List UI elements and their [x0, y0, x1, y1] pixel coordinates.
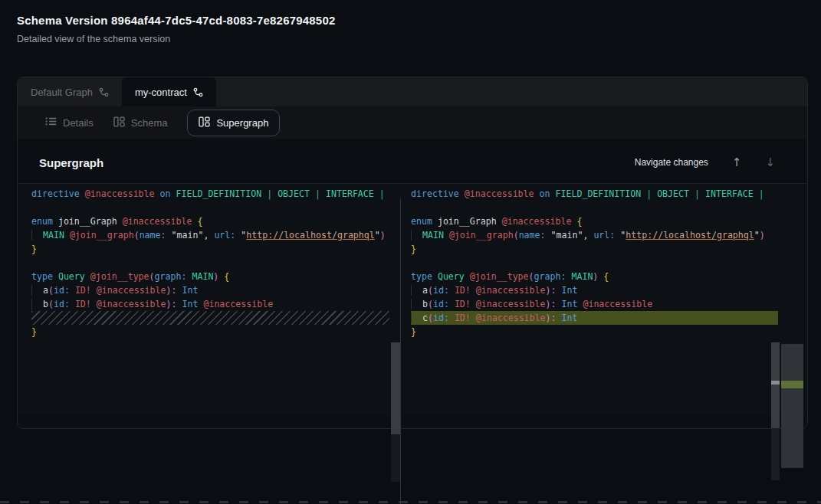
subtab-supergraph-label: Supergraph [216, 117, 268, 129]
code-url-link[interactable]: http://localhost/graphql [626, 230, 754, 241]
code-token: on [540, 188, 556, 199]
tab-my-contract[interactable]: my-contract [122, 77, 216, 106]
subtab-schema-label: Schema [131, 117, 168, 129]
page-subtitle: Detailed view of the schema version [17, 34, 804, 44]
code-token: a [422, 285, 428, 296]
code-token: join__Graph [438, 216, 502, 227]
code-line [411, 201, 778, 214]
code-token: MAIN [192, 271, 213, 282]
code-token: Query [58, 271, 90, 282]
code-token [31, 299, 43, 309]
code-token: OBJECT [277, 188, 315, 199]
code-token [557, 285, 562, 296]
code-token: ): [546, 285, 557, 296]
code-token: | [267, 188, 277, 199]
code-token: enum [411, 216, 438, 227]
code-token: MAIN [571, 271, 593, 282]
code-token: id: [54, 299, 70, 309]
code-token: { [224, 271, 229, 282]
code-token: id: [433, 313, 449, 323]
code-token: graph: [534, 271, 566, 282]
code-token: ( [428, 285, 433, 296]
scrollbar-position-marker [771, 381, 780, 385]
code-token [31, 285, 43, 296]
code-token: "main" [551, 230, 583, 241]
diff-pane-divider[interactable] [400, 198, 401, 504]
code-token: url: [214, 230, 235, 241]
next-change-button[interactable]: ↓ [765, 155, 775, 169]
diff-right-pane[interactable]: directive @inaccessible on FIELD_DEFINIT… [400, 184, 807, 414]
code-token: b [43, 299, 48, 309]
view-subtabs: Details Schema Supergraph [18, 106, 807, 139]
code-token [31, 230, 43, 241]
code-token: ): [166, 299, 177, 309]
code-token [546, 230, 551, 241]
code-token: | [379, 188, 385, 199]
page: { "header": { "title": "Schema Version 8… [0, 0, 821, 504]
code-token: @join__graph [449, 230, 514, 241]
code-token: "main" [172, 230, 204, 241]
variant-fork-icon [193, 87, 203, 97]
code-line [31, 201, 389, 214]
subtab-supergraph[interactable]: Supergraph [187, 110, 280, 136]
code-token: INTERFACE [326, 188, 379, 199]
code-token: Int [562, 313, 578, 323]
code-token: ID! @inaccessible [455, 285, 546, 296]
graph-variant-tabs: Default Graph my-contract [18, 77, 807, 106]
navigate-changes-controls: Navigate changes ↑ ↓ [635, 155, 775, 169]
code-token: " [754, 230, 760, 241]
code-token: Int [182, 285, 199, 296]
code-token: @inaccessible [583, 299, 652, 309]
diff-left-pane[interactable]: directive @inaccessible on FIELD_DEFINIT… [18, 184, 400, 414]
code-token: id: [54, 285, 70, 296]
code-token: enum [31, 216, 58, 227]
tab-my-contract-label: my-contract [135, 87, 187, 98]
code-url-link[interactable]: http://localhost/graphql [246, 230, 375, 241]
code-line: b(id: ID! @inaccessible): Int @inaccessi… [31, 297, 389, 311]
right-pane-scrollbar[interactable] [771, 342, 780, 480]
code-token: Int [182, 299, 204, 309]
code-token: , [583, 230, 593, 241]
right-scrollbar-handle[interactable] [771, 342, 780, 428]
code-line: enum join__Graph @inaccessible { [411, 214, 778, 228]
code-token: ID! @inaccessible [455, 299, 546, 309]
code-token: @join__graph [70, 230, 134, 241]
code-line: a(id: ID! @inaccessible): Int [31, 283, 389, 297]
code-token: a [43, 285, 48, 296]
diff-overview-ruler[interactable] [781, 344, 803, 468]
code-token: Query [438, 271, 470, 282]
code-token: type [31, 271, 58, 282]
previous-change-button[interactable]: ↑ [732, 155, 742, 169]
code-token [166, 230, 172, 241]
code-token: } [31, 244, 37, 254]
code-token: | [695, 188, 705, 199]
tab-default-graph-label: Default Graph [31, 87, 93, 98]
list-icon [45, 116, 57, 129]
code-token: c [422, 313, 428, 323]
code-token: ) [380, 230, 386, 241]
left-pane-scrollbar[interactable] [391, 342, 400, 482]
code-token: @join__type [90, 271, 149, 282]
code-token: ID! @inaccessible [75, 299, 166, 309]
code-line: } [411, 325, 778, 339]
code-token: ): [546, 313, 557, 323]
subtab-details[interactable]: Details [45, 116, 94, 129]
subtab-details-label: Details [63, 117, 94, 129]
code-token: ): [546, 299, 557, 309]
code-token: @inaccessible [123, 216, 198, 227]
code-token: { [603, 271, 609, 282]
code-token: OBJECT [657, 188, 695, 199]
code-token: | [646, 188, 657, 199]
code-token: ( [514, 230, 519, 241]
left-scrollbar-handle[interactable] [391, 342, 400, 434]
code-token: join__Graph [58, 216, 123, 227]
tab-default-graph[interactable]: Default Graph [18, 77, 122, 106]
code-token: } [31, 326, 37, 337]
code-token: | [315, 188, 326, 199]
code-line: a(id: ID! @inaccessible): Int [411, 283, 778, 297]
code-token [557, 299, 562, 309]
code-token: INTERFACE [705, 188, 759, 199]
page-bottom-dashed-divider [0, 501, 821, 503]
code-token [411, 313, 422, 323]
subtab-schema[interactable]: Schema [113, 116, 168, 129]
